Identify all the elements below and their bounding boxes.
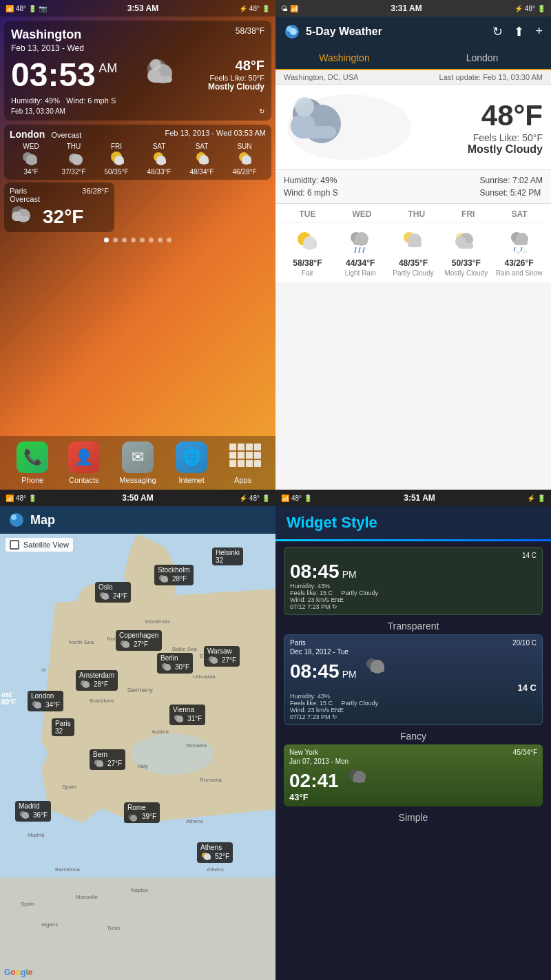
q1-dot-2[interactable] [113,238,118,242]
q1-home-screen: 📶 48° 🔋 📷 3:53 AM ⚡ 48° 🔋 Washington 58/… [0,0,276,490]
q4-title: Widget Style [287,514,377,532]
q1-forecast-thu: THU 37/32°F [52,143,95,176]
q1-city-name: Washington [11,28,81,42]
svg-text:Nor: Nor [107,636,116,642]
svg-point-58 [10,513,23,527]
svg-text:Spain: Spain [62,784,76,790]
q3-marker-vienna: Vienna 31°F [169,705,205,725]
q2-last-update: Last update: Feb 13, 03:30 AM [439,73,543,81]
q1-status-bar: 📶 48° 🔋 📷 3:53 AM ⚡ 48° 🔋 [0,0,276,17]
ber-weather-icon [160,662,173,672]
svg-text:Lithuania: Lithuania [193,674,216,680]
svg-point-55 [517,251,519,254]
q1-humidity: Humidity: 49% [11,96,60,105]
svg-rect-134 [371,667,384,672]
q2-forecast-tue-desc: Fair [284,269,331,277]
q3-status-time: 3:50 AM [122,493,154,503]
q1-dock-contacts[interactable]: 👤 Contacts [68,441,100,484]
svg-text:Slovakia: Slovakia [186,742,207,749]
q4-content: 14 C 08:45 PM Humidity: 43% Feels like: … [276,541,551,980]
svg-line-41 [355,247,356,253]
q4-widget-transparent[interactable]: 14 C 08:45 PM Humidity: 43% Feels like: … [284,547,543,615]
q2-title-bar: 5-Day Weather ↻ ⬆ + [276,17,551,47]
q1-paris-icon [10,204,37,228]
q1-status-time: 3:53 AM [127,3,159,13]
q1-dock-messaging-label: Messaging [119,476,156,484]
q2-forecast-wed-desc: Light Rain [337,269,384,277]
svg-rect-37 [303,243,317,249]
rome-weather-icon [127,811,140,822]
q1-paris-status: Overcast [10,195,109,203]
svg-rect-53 [514,240,528,245]
contacts-icon: 👤 [68,441,100,473]
q2-share-icon[interactable]: ⬆ [514,24,524,39]
q1-dot-4[interactable] [131,238,136,242]
q1-wind: Wind: 6 mph S [66,96,116,105]
q2-forecast-fri-desc: Mostly Cloudy [442,269,490,277]
q4-widget-fancy[interactable]: Paris 20/10 C Dec 18, 2012 - Tue 08:45 P… [284,634,543,725]
svg-rect-40 [353,240,367,245]
q2-forecast-thu-temp: 48/35°F [390,258,437,268]
svg-rect-107 [83,685,90,687]
svg-text:Germany: Germany [127,687,154,694]
q1-current-temp: 48°F [208,58,264,74]
svg-text:Spain: Spain [21,901,34,907]
q4-title-bar: Widget Style [276,506,551,539]
q3-marker-ost: ost 89°F [1,691,16,706]
q2-forecast: TUE WED THU FRI SAT 58/38°F Fair [276,204,551,282]
q2-forecast-wed-temp: 44/34°F [337,258,384,268]
q1-dot-8[interactable] [167,238,171,242]
q3-app-icon [8,512,25,528]
svg-line-43 [363,247,364,253]
svg-rect-18 [199,160,209,164]
vie-weather-icon [173,713,185,724]
q1-dot-5[interactable] [140,238,145,242]
q4-widget-simple[interactable]: New York 45/34°F Jan 07, 2013 - Mon 02:4… [284,744,543,806]
apps-grid-icon [227,441,259,473]
svg-rect-50 [458,243,473,249]
q2-forecast-wed: 44/34°F Light Rain [334,222,387,282]
svg-rect-119 [96,764,103,767]
q1-forecast-fri: FRI 50/35°F [95,143,138,176]
q1-dock-apps[interactable]: Apps [227,441,259,484]
q1-dock-internet[interactable]: 🌐 Internet [176,441,207,484]
q1-dot-6[interactable] [149,238,154,242]
forecast-icon-thu [398,228,428,256]
q2-add-icon[interactable]: + [535,24,543,39]
satellite-checkbox[interactable] [10,540,19,550]
svg-text:Algiers: Algiers [41,921,58,928]
q2-status-time: 3:31 AM [391,3,422,13]
svg-line-54 [514,247,515,251]
q3-satellite-toggle[interactable]: Satellite View [6,538,73,552]
q1-dock-phone[interactable]: 📞 Phone [17,441,48,484]
q2-humidity: Humidity: 49% [284,176,338,185]
q1-london-forecast: WED 34°F THU 37/32°F [10,143,266,176]
q2-tab-washington[interactable]: Washington [276,47,413,70]
q1-forecast-sun: SUN 46/28°F [223,143,266,176]
q1-status-left: 📶 48° 🔋 📷 [6,5,47,12]
q1-dock-phone-label: Phone [17,476,48,484]
q3-marker-london: London 34°F [28,691,63,711]
svg-rect-21 [242,160,251,164]
svg-point-29 [287,94,411,160]
svg-rect-46 [408,242,422,247]
q1-dock-messaging[interactable]: ✉ Messaging [119,441,156,484]
q1-refresh-icon[interactable]: ↻ [259,107,264,115]
q1-status-right: ⚡ 48° 🔋 [239,5,270,12]
svg-rect-12 [114,160,124,164]
q2-sunrise: Sunrise: 7:02 AM [480,176,543,185]
q3-marker-oslo: Oslo 24°F [95,582,131,603]
q3-map-svg: Germany France Spain Italy Poland Lithua… [0,534,276,980]
svg-point-57 [523,251,526,253]
phone-icon: 📞 [17,441,48,473]
q2-tab-london[interactable]: London [413,47,551,69]
q1-dot-7[interactable] [158,238,163,242]
q1-dot-3[interactable] [122,238,127,242]
q2-location-bar: Washington, DC, USA Last update: Feb 13,… [276,70,551,85]
q1-dot-1[interactable] [104,238,109,242]
bern-weather-icon [93,758,105,769]
q2-forecast-fri: 50/33°F Mostly Cloudy [439,222,492,282]
q1-temp-range: 58/38°F [236,26,264,42]
q2-refresh-icon[interactable]: ↻ [492,24,503,39]
q4-fancy-label: Fancy [284,731,543,742]
